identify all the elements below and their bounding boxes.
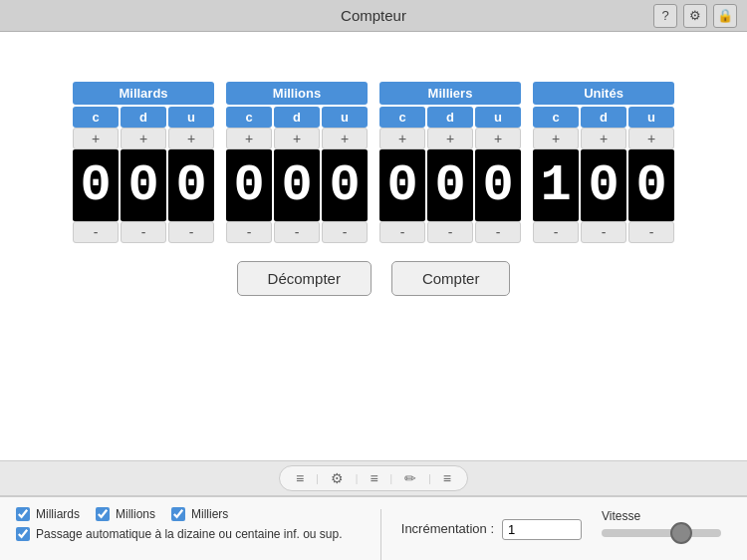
- checkbox-milliards-row: Milliards Millions Milliers: [16, 507, 361, 521]
- plus-btn-millions-0[interactable]: +: [226, 128, 272, 149]
- decompter-button[interactable]: Décompter: [237, 261, 372, 296]
- plus-btn-milliards-2[interactable]: +: [168, 128, 214, 149]
- checkbox-millions[interactable]: [96, 507, 110, 521]
- auto-passage-label: Passage automatique à la dizaine ou cent…: [36, 527, 343, 541]
- plus-row-unites: +++: [533, 128, 674, 149]
- tab-icons-container: ≡ | ⚙ | ≡ | ✏ | ≡: [279, 465, 468, 491]
- sub-label-u-milliers: u: [475, 107, 521, 128]
- plus-btn-milliards-0[interactable]: +: [73, 128, 119, 149]
- tab-icon-3[interactable]: ≡: [443, 470, 451, 486]
- tab-sep-3: |: [390, 473, 393, 484]
- plus-row-milliers: +++: [379, 128, 521, 149]
- digit-milliards-0: 0: [73, 149, 119, 221]
- counter-area: Millardscdu+++000---Millionscdu+++000---…: [10, 82, 737, 243]
- auto-passage-row: Passage automatique à la dizaine ou cent…: [16, 527, 361, 541]
- plus-btn-milliers-0[interactable]: +: [379, 128, 425, 149]
- sub-label-c-milliers: c: [379, 107, 425, 128]
- lock-icon[interactable]: 🔒: [713, 4, 737, 28]
- group-label-unites: Unités: [533, 82, 674, 105]
- minus-btn-milliards-1[interactable]: -: [121, 221, 166, 243]
- digit-unites-2: 0: [628, 149, 674, 221]
- digit-row-milliers: 000: [379, 149, 521, 221]
- digit-millions-1: 0: [274, 149, 320, 221]
- minus-btn-milliards-0[interactable]: -: [73, 221, 119, 243]
- minus-row-milliards: ---: [73, 221, 214, 243]
- sub-label-c-unites: c: [533, 107, 579, 128]
- checkbox-auto-passage[interactable]: [16, 527, 30, 541]
- tab-sep-1: |: [316, 473, 319, 484]
- sub-label-u-millions: u: [322, 107, 368, 128]
- tab-sep-4: |: [428, 473, 431, 484]
- plus-btn-unites-2[interactable]: +: [628, 128, 674, 149]
- checkbox-milliards[interactable]: [16, 507, 30, 521]
- digit-row-unites: 100: [533, 149, 674, 221]
- sub-label-d-unites: d: [581, 107, 626, 128]
- digit-milliards-2: 0: [168, 149, 214, 221]
- settings-icon[interactable]: ⚙: [683, 4, 707, 28]
- increment-row: Incrémentation :: [401, 517, 582, 540]
- minus-row-unites: ---: [533, 221, 674, 243]
- digit-millions-2: 0: [322, 149, 368, 221]
- tab-icon-1[interactable]: ≡: [296, 470, 304, 486]
- minus-btn-milliards-2[interactable]: -: [168, 221, 214, 243]
- app-title: Compteur: [341, 7, 406, 24]
- plus-btn-milliers-2[interactable]: +: [475, 128, 521, 149]
- digit-row-millions: 000: [226, 149, 368, 221]
- speed-slider[interactable]: [602, 529, 721, 537]
- increment-label: Incrémentation :: [401, 521, 494, 536]
- checkbox-millions-label: Millions: [116, 507, 155, 521]
- sub-labels-unites: cdu: [533, 107, 674, 128]
- plus-btn-millions-1[interactable]: +: [274, 128, 320, 149]
- minus-btn-unites-1[interactable]: -: [581, 221, 626, 243]
- minus-btn-milliers-1[interactable]: -: [427, 221, 473, 243]
- tab-icon-2[interactable]: ≡: [370, 470, 377, 486]
- sub-label-d-millions: d: [274, 107, 320, 128]
- increment-section: Incrémentation :: [401, 507, 582, 540]
- sub-label-c-milliards: c: [73, 107, 119, 128]
- title-bar-icons: ? ⚙ 🔒: [653, 4, 737, 28]
- group-unites: Unitéscdu+++100---: [533, 82, 674, 243]
- tab-sep-2: |: [356, 473, 359, 484]
- minus-btn-milliers-2[interactable]: -: [475, 221, 521, 243]
- digit-milliers-2: 0: [475, 149, 521, 221]
- group-milliers: Millierscdu+++000---: [379, 82, 521, 243]
- minus-btn-unites-2[interactable]: -: [628, 221, 674, 243]
- bottom-panel: Milliards Millions Milliers Passage auto…: [0, 496, 747, 560]
- checkboxes-section: Milliards Millions Milliers Passage auto…: [16, 507, 361, 541]
- plus-btn-milliers-1[interactable]: +: [427, 128, 473, 149]
- plus-btn-milliards-1[interactable]: +: [121, 128, 166, 149]
- increment-input[interactable]: [502, 519, 582, 540]
- minus-btn-millions-1[interactable]: -: [274, 221, 320, 243]
- minus-btn-milliers-0[interactable]: -: [379, 221, 425, 243]
- group-milliards: Millardscdu+++000---: [73, 82, 214, 243]
- checkbox-milliers[interactable]: [171, 507, 185, 521]
- tab-icon-gear[interactable]: ⚙: [331, 470, 344, 486]
- help-icon[interactable]: ?: [653, 4, 677, 28]
- minus-row-milliers: ---: [379, 221, 521, 243]
- digit-unites-1: 0: [581, 149, 626, 221]
- title-bar: Compteur ? ⚙ 🔒: [0, 0, 747, 32]
- speed-slider-container: [602, 529, 721, 537]
- group-label-millions: Millions: [226, 82, 368, 105]
- plus-row-milliards: +++: [73, 128, 214, 149]
- sub-label-u-unites: u: [628, 107, 674, 128]
- plus-row-millions: +++: [226, 128, 368, 149]
- checkbox-milliers-label: Milliers: [191, 507, 228, 521]
- sub-label-u-milliards: u: [168, 107, 214, 128]
- sub-labels-millions: cdu: [226, 107, 368, 128]
- tab-icon-pencil[interactable]: ✏: [404, 470, 416, 486]
- speed-label: Vitesse: [602, 509, 640, 523]
- speed-section: Vitesse: [602, 507, 731, 537]
- main-content: Millardscdu+++000---Millionscdu+++000---…: [0, 32, 747, 460]
- compter-button[interactable]: Compter: [391, 261, 511, 296]
- minus-btn-millions-2[interactable]: -: [322, 221, 368, 243]
- plus-btn-millions-2[interactable]: +: [322, 128, 368, 149]
- digit-milliers-1: 0: [427, 149, 473, 221]
- action-buttons: Décompter Compter: [10, 261, 737, 296]
- plus-btn-unites-1[interactable]: +: [581, 128, 626, 149]
- plus-btn-unites-0[interactable]: +: [533, 128, 579, 149]
- minus-btn-unites-0[interactable]: -: [533, 221, 579, 243]
- minus-btn-millions-0[interactable]: -: [226, 221, 272, 243]
- digit-millions-0: 0: [226, 149, 272, 221]
- digit-row-milliards: 000: [73, 149, 214, 221]
